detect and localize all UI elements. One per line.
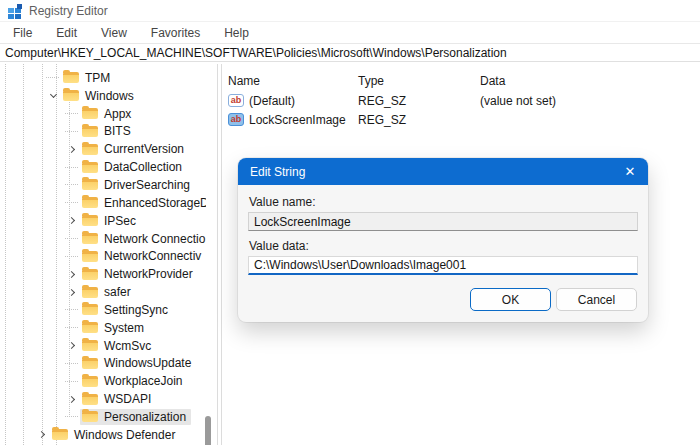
address-bar[interactable]: Computer\HKEY_LOCAL_MACHINE\SOFTWARE\Pol…: [0, 44, 700, 62]
tree-scrollbar-thumb[interactable]: [205, 416, 211, 445]
menu-edit[interactable]: Edit: [51, 24, 82, 42]
cancel-button[interactable]: Cancel: [556, 288, 637, 311]
column-header-type[interactable]: Type: [358, 74, 480, 88]
folder-icon: [82, 340, 98, 351]
tree-item-appx[interactable]: Appx: [0, 105, 206, 123]
folder-icon: [52, 429, 68, 440]
column-header-data[interactable]: Data: [480, 74, 700, 88]
chevron-right-icon[interactable]: [67, 342, 74, 349]
folder-icon: [82, 215, 98, 226]
folder-icon: [63, 90, 79, 101]
chevron-right-icon[interactable]: [67, 396, 74, 403]
tree-connector: [65, 309, 78, 310]
tree-rows: TPM Windows Appx BITS CurrentVersion Dat: [0, 64, 217, 444]
tree-item-enhancedstorage[interactable]: EnhancedStorageDe: [0, 194, 206, 212]
value-data-label: Value data:: [249, 239, 309, 253]
tree-item-windows[interactable]: Windows: [0, 87, 206, 105]
tree-item-workplacejoin[interactable]: WorkplaceJoin: [0, 372, 206, 390]
folder-icon: [82, 144, 98, 155]
menu-view[interactable]: View: [96, 24, 132, 42]
chevron-right-icon[interactable]: [67, 271, 74, 278]
tree-item-wsdapi[interactable]: WSDAPI: [0, 390, 206, 408]
menu-file[interactable]: File: [8, 24, 37, 42]
tree-connector: [65, 238, 78, 239]
chevron-right-icon[interactable]: [67, 146, 74, 153]
tree-item-system[interactable]: System: [0, 319, 206, 337]
chevron-down-icon[interactable]: [49, 91, 56, 98]
tree-item-currentversion[interactable]: CurrentVersion: [0, 140, 206, 158]
tree-item-windowsupdate[interactable]: WindowsUpdate: [0, 355, 206, 373]
tree-connector: [65, 184, 78, 185]
chevron-right-icon[interactable]: [37, 431, 44, 438]
tree-connector: [65, 167, 78, 168]
tree-item-settingsync[interactable]: SettingSync: [0, 301, 206, 319]
tree-connector: [65, 381, 78, 382]
ok-button[interactable]: OK: [470, 288, 551, 311]
tree-item-safer[interactable]: safer: [0, 283, 206, 301]
folder-icon: [82, 411, 98, 422]
folder-icon: [82, 269, 98, 280]
chevron-right-icon[interactable]: [67, 289, 74, 296]
value-name-label: Value name:: [249, 195, 316, 209]
folder-icon: [82, 394, 98, 405]
registry-editor-app-icon: [8, 4, 22, 18]
tree-connector: [46, 77, 59, 78]
value-name-field[interactable]: [248, 212, 638, 231]
tree-item-tpm[interactable]: TPM: [0, 69, 206, 87]
tree-item-driversearching[interactable]: DriverSearching: [0, 176, 206, 194]
column-header-name[interactable]: Name: [228, 74, 358, 88]
tree-connector: [65, 131, 78, 132]
tree-connector: [65, 416, 78, 417]
string-value-icon: ab: [228, 94, 244, 107]
tree-connector: [65, 363, 78, 364]
tree-item-networkprovider[interactable]: NetworkProvider: [0, 265, 206, 283]
menu-favorites[interactable]: Favorites: [146, 24, 205, 42]
folder-icon: [82, 126, 98, 137]
tree-connector: [65, 113, 78, 114]
registry-tree-pane: TPM Windows Appx BITS CurrentVersion Dat: [0, 64, 217, 445]
edit-string-dialog: Edit String ✕ Value name: Value data: OK…: [238, 158, 648, 322]
folder-icon: [63, 72, 79, 83]
close-icon[interactable]: ✕: [618, 161, 642, 182]
tree-item-datacollection[interactable]: DataCollection: [0, 158, 206, 176]
string-value-icon-selected: ab: [228, 113, 244, 126]
chevron-right-icon[interactable]: [67, 217, 74, 224]
window-title: Registry Editor: [29, 4, 108, 18]
folder-icon: [82, 304, 98, 315]
values-header-row: Name Type Data: [222, 70, 700, 91]
tree-item-windows-defender[interactable]: Windows Defender: [0, 426, 206, 444]
folder-icon: [82, 233, 98, 244]
tree-item-ipsec[interactable]: IPSec: [0, 212, 206, 230]
tree-connector: [65, 327, 78, 328]
tree-connector: [65, 256, 78, 257]
folder-icon: [82, 162, 98, 173]
value-name: LockScreenImage: [249, 113, 346, 127]
value-name: (Default): [249, 94, 295, 108]
value-type: REG_SZ: [358, 113, 480, 127]
folder-icon: [82, 108, 98, 119]
folder-icon: [82, 287, 98, 298]
tree-connector: [65, 202, 78, 203]
value-row-lockscreenimage[interactable]: ab LockScreenImage REG_SZ: [222, 110, 700, 129]
tree-item-network-connections[interactable]: Network Connectio: [0, 230, 206, 248]
menu-help[interactable]: Help: [219, 24, 254, 42]
tree-item-wcmsvc[interactable]: WcmSvc: [0, 337, 206, 355]
folder-icon: [82, 376, 98, 387]
folder-icon: [82, 358, 98, 369]
folder-icon: [82, 322, 98, 333]
value-row-default[interactable]: ab (Default) REG_SZ (value not set): [222, 91, 700, 110]
tree-item-networkconnectivity[interactable]: NetworkConnectiv: [0, 247, 206, 265]
folder-icon: [82, 197, 98, 208]
title-bar: Registry Editor: [0, 0, 700, 22]
value-data: (value not set): [480, 94, 700, 108]
menu-bar: File Edit View Favorites Help: [0, 22, 700, 44]
value-type: REG_SZ: [358, 94, 480, 108]
tree-item-personalization[interactable]: Personalization: [0, 408, 206, 426]
dialog-title-bar[interactable]: Edit String ✕: [238, 158, 648, 185]
dialog-title: Edit String: [250, 165, 618, 179]
value-data-field[interactable]: [248, 256, 638, 275]
tree-item-bits[interactable]: BITS: [0, 123, 206, 141]
folder-icon: [82, 179, 98, 190]
folder-icon: [82, 251, 98, 262]
